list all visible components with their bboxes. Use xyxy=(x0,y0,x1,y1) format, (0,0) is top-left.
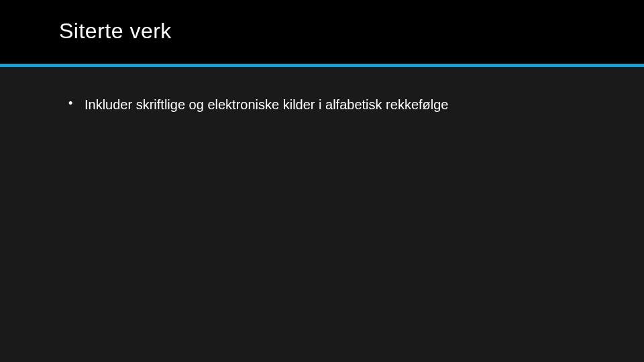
bullet-list: Inkluder skriftlige og elektroniske kild… xyxy=(68,95,644,114)
slide-title: Siterte verk xyxy=(59,19,644,44)
slide-header: Siterte verk xyxy=(0,0,644,64)
slide-content: Inkluder skriftlige og elektroniske kild… xyxy=(0,67,644,114)
presentation-slide: Siterte verk Inkluder skriftlige og elek… xyxy=(0,0,644,362)
list-item: Inkluder skriftlige og elektroniske kild… xyxy=(68,95,644,114)
